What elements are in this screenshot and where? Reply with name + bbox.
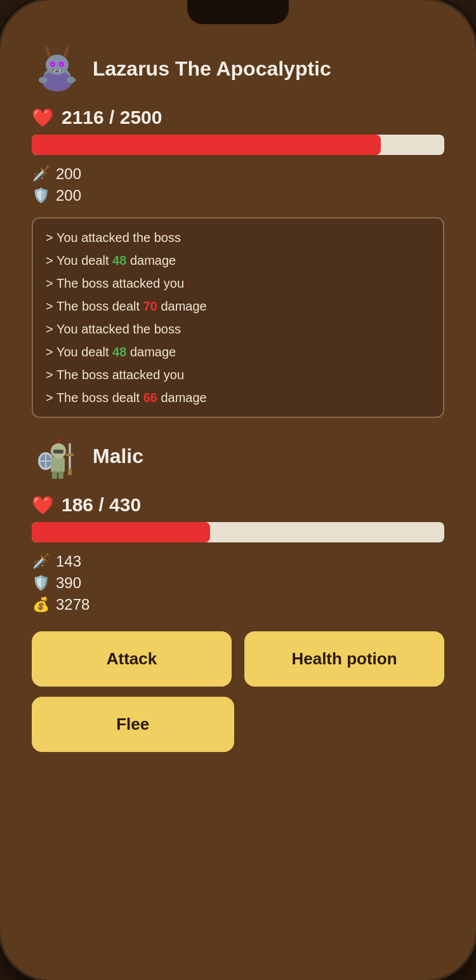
svg-rect-17 bbox=[51, 457, 65, 473]
boss-health-text: 2116 / 2500 bbox=[62, 107, 162, 128]
flee-button[interactable]: Flee bbox=[32, 697, 234, 752]
log-line-4: > The boss dealt 70 damage bbox=[46, 297, 430, 315]
dmg-value-1: 48 bbox=[112, 253, 126, 267]
screen-content: Lazarus The Apocalyptic ❤️ 2116 / 2500 🗡… bbox=[0, 24, 476, 980]
attack-button[interactable]: Attack bbox=[32, 631, 232, 687]
svg-point-3 bbox=[67, 77, 76, 83]
player-sword-icon: 🗡️ bbox=[32, 553, 50, 570]
player-heart-icon: ❤️ bbox=[32, 495, 54, 516]
svg-rect-18 bbox=[52, 471, 57, 479]
boss-health-bar-fill bbox=[32, 135, 381, 155]
notch bbox=[187, 0, 289, 24]
player-shield-icon: 🛡️ bbox=[32, 575, 50, 591]
player-header: Malic bbox=[32, 431, 444, 481]
dmg-value-3: 48 bbox=[112, 345, 126, 359]
player-name: Malic bbox=[93, 445, 143, 468]
player-health-bar bbox=[32, 522, 444, 542]
svg-point-9 bbox=[52, 64, 54, 65]
log-line-7: > The boss attacked you bbox=[46, 366, 430, 384]
player-attack-row: 🗡️ 143 bbox=[32, 553, 444, 570]
boss-health-bar bbox=[32, 135, 444, 155]
player-health-bar-fill bbox=[32, 522, 210, 542]
player-gold-value: 3278 bbox=[56, 596, 89, 614]
health-potion-button[interactable]: Health potion bbox=[244, 631, 444, 687]
player-defense-row: 🛡️ 390 bbox=[32, 574, 444, 592]
shield-icon: 🛡️ bbox=[32, 187, 50, 204]
player-health-text: 186 / 430 bbox=[62, 494, 141, 516]
boss-avatar bbox=[32, 43, 83, 94]
log-line-8: > The boss dealt 66 damage bbox=[46, 389, 430, 406]
boss-attack-value: 200 bbox=[56, 165, 81, 183]
player-health-display: ❤️ 186 / 430 bbox=[32, 494, 444, 516]
boss-name: Lazarus The Apocalyptic bbox=[93, 57, 331, 81]
sword-icon: 🗡️ bbox=[32, 166, 50, 182]
boss-defense-value: 200 bbox=[56, 187, 81, 205]
svg-rect-21 bbox=[53, 450, 63, 453]
log-line-1: > You attacked the boss bbox=[46, 229, 430, 246]
svg-point-10 bbox=[61, 64, 63, 65]
log-line-6: > You dealt 48 damage bbox=[46, 343, 430, 361]
boss-defense-row: 🛡️ 200 bbox=[32, 187, 444, 205]
log-line-3: > The boss attacked you bbox=[46, 274, 430, 292]
log-line-5: > You attacked the boss bbox=[46, 320, 430, 338]
boss-header: Lazarus The Apocalyptic bbox=[32, 43, 444, 94]
dmg-value-4: 66 bbox=[143, 391, 157, 405]
player-gold-row: 💰 3278 bbox=[32, 596, 444, 614]
action-buttons-row: Attack Health potion bbox=[32, 631, 444, 687]
player-defense-value: 390 bbox=[56, 574, 81, 592]
log-line-2: > You dealt 48 damage bbox=[46, 252, 430, 269]
svg-rect-19 bbox=[58, 471, 63, 479]
svg-rect-24 bbox=[68, 469, 72, 475]
boss-heart-icon: ❤️ bbox=[32, 107, 54, 128]
flee-button-row: Flee bbox=[32, 697, 444, 752]
phone-screen: Lazarus The Apocalyptic ❤️ 2116 / 2500 🗡… bbox=[0, 0, 476, 980]
boss-attack-row: 🗡️ 200 bbox=[32, 165, 444, 183]
player-attack-value: 143 bbox=[56, 553, 81, 570]
dmg-value-2: 70 bbox=[143, 299, 157, 313]
svg-point-2 bbox=[39, 77, 48, 83]
boss-health-display: ❤️ 2116 / 2500 bbox=[32, 107, 444, 128]
gold-bag-icon: 💰 bbox=[32, 596, 50, 613]
phone-frame: Lazarus The Apocalyptic ❤️ 2116 / 2500 🗡… bbox=[0, 0, 476, 980]
combat-log: > You attacked the boss > You dealt 48 d… bbox=[32, 217, 444, 418]
player-avatar bbox=[32, 431, 83, 481]
